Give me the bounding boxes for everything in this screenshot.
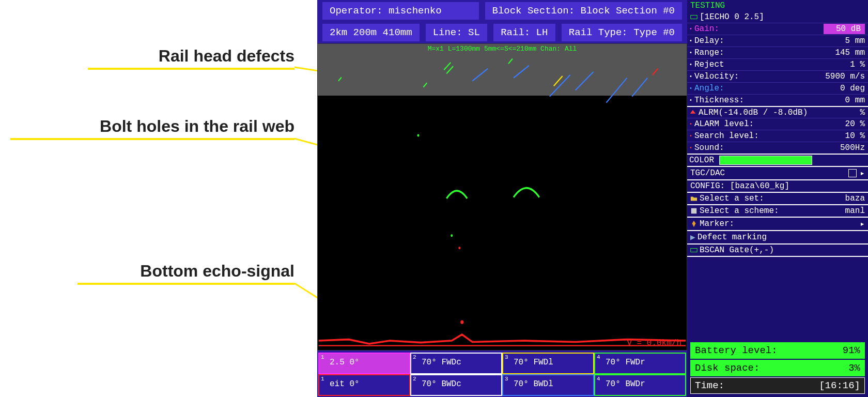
param-reject[interactable]: •Reject1 % [687,58,868,70]
railtype-label: Rail Type: [569,27,628,38]
battery-status: Battery level: 91% [690,342,865,359]
select-scheme-label: Select a scheme: [700,206,779,216]
svg-line-5 [444,63,451,70]
tgc-row[interactable]: TGC/DAC ▸ [687,166,868,179]
channel-number: 1 [321,376,324,382]
channel-number: 2 [413,376,416,382]
block-section-box: Block Section: Block Section #0 [485,2,682,20]
battery-label: Battery level: [695,345,778,356]
rail-label: Rail: [501,27,530,38]
config-label: CONFIG: [baza\60_kg] [690,181,789,191]
color-swatch [719,156,812,165]
select-set-row[interactable]: Select a set: baza [687,192,868,204]
param-value: 145 mm [835,48,865,57]
param-label: ALARM level: [694,119,754,129]
param-velocity[interactable]: •Velocity:5900 m/s [687,70,868,82]
svg-point-17 [451,234,453,237]
channel-fwd-ch2[interactable]: 270° FWDc [410,353,502,374]
alarm-icon [689,109,696,116]
time-status: Time: [16:16] [690,377,865,394]
channel-header[interactable]: [1ECHO 0 2.5] [687,11,868,23]
color-label: COLOR [689,156,714,165]
bullet-icon: • [689,121,692,127]
operator-box: Operator: mischenko [322,2,479,20]
bullet-icon: • [689,74,692,80]
annotation-bolt-holes: Bolt holes in the rail web [10,117,295,140]
channel-label: eit 0° [330,379,360,389]
param-label: Reject [694,60,724,69]
alrm-header-text: ALRM(-14.0dB / -8.0dB) [699,108,808,117]
param-label: Delay: [694,36,724,45]
param-value: 50 dB [824,24,865,34]
color-row[interactable]: COLOR [687,154,868,166]
param-label: Thickness: [694,96,744,105]
settings-sidebar: TESTING [1ECHO 0 2.5] •Gain:50 dB•Delay:… [687,0,868,397]
select-scheme-row[interactable]: Select a scheme: manl [687,204,868,217]
svg-rect-22 [691,249,697,252]
param-delay[interactable]: •Delay:5 mm [687,35,868,47]
annotation-pane: Rail head defects Bolt holes in the rail… [0,0,317,397]
alarm-param-1[interactable]: •Search level:10 % [687,130,868,142]
select-scheme-value: manl [845,206,865,216]
svg-point-19 [460,320,463,324]
param-label: Angle: [694,84,724,93]
param-label: Search level: [694,131,759,141]
config-row[interactable]: CONFIG: [baza\60_kg] [687,179,868,192]
svg-line-8 [508,59,513,64]
svg-line-7 [472,69,488,81]
position-box: 2km 200m 410mm [322,24,420,41]
channel-fwd-ch4[interactable]: 470° FWDr [594,353,686,374]
channel-number: 4 [597,354,600,360]
bscan-signals [318,44,687,350]
param-thickness[interactable]: •Thickness:0 mm [687,94,868,106]
channel-bwd-ch4[interactable]: 470° BWDr [594,374,686,396]
svg-rect-21 [691,208,697,214]
marker-row[interactable]: Marker: ▸ [687,217,868,230]
alarm-param-0[interactable]: •ALARM level:20 % [687,118,868,130]
channel-bwd-ch3[interactable]: 370° BWDl [502,374,594,396]
chevron-right-icon: ▸ [860,219,865,229]
play-icon: ▶ [690,232,695,242]
svg-rect-20 [691,16,697,19]
annotation-rail-head: Rail head defects [88,47,295,70]
param-angle[interactable]: •Angle:0 deg [687,82,868,94]
rail-box: Rail: LH [493,24,555,41]
bullet-icon: • [689,50,692,56]
channel-header-text: [1ECHO 0 2.5] [700,12,764,22]
disk-status: Disk space: 3% [690,360,865,376]
defect-marking-row[interactable]: ▶ Defect marking [687,230,868,243]
channel-bwd-ch1[interactable]: 1eit 0° [318,374,410,396]
chevron-right-icon: ▸ [860,168,865,178]
bscan-gate-row[interactable]: BSCAN Gate(+,-) [687,243,868,256]
channel-fwd-ch3[interactable]: 370° FWDl [502,353,594,374]
header-row-2: 2km 200m 410mm Line: SL Rail: LH Rail Ty… [317,22,687,43]
tgc-checkbox[interactable] [848,169,857,177]
gate-icon [690,247,698,254]
param-value: 1 % [850,60,865,69]
param-range[interactable]: •Range:145 mm [687,47,868,58]
svg-line-14 [632,78,647,97]
bullet-icon: • [689,86,692,91]
rail-value: LH [536,27,548,38]
operator-label: Operator: [330,5,383,17]
param-label: Velocity: [694,72,739,81]
svg-line-3 [338,78,342,81]
alrm-header-val: % [860,108,865,117]
channel-bwd-ch2[interactable]: 270° BWDc [410,374,502,396]
channel-label: 70° BWDr [606,379,645,389]
bscan-display[interactable]: M=x1 L=1300mm 5mm<=S<=210mm Chan: All [317,43,687,350]
bullet-icon: • [689,145,692,151]
defect-label: Defect marking [698,233,767,242]
bullet-icon: • [689,133,692,139]
svg-line-1 [295,139,317,181]
param-gain[interactable]: •Gain:50 dB [687,23,868,35]
channel-number: 1 [321,354,324,360]
param-value: 5900 m/s [825,72,865,81]
channel-label: 70° FWDr [606,358,645,367]
channel-selector: 12.5 0°270° FWDc370° FWDl470° FWDr 1eit … [317,352,687,397]
alarm-param-2[interactable]: •Sound:500Hz [687,142,868,154]
time-label: Time: [695,380,724,391]
alrm-header[interactable]: ALRM(-14.0dB / -8.0dB) % [687,106,868,118]
svg-point-16 [417,134,419,137]
channel-fwd-ch1[interactable]: 12.5 0° [318,353,410,374]
